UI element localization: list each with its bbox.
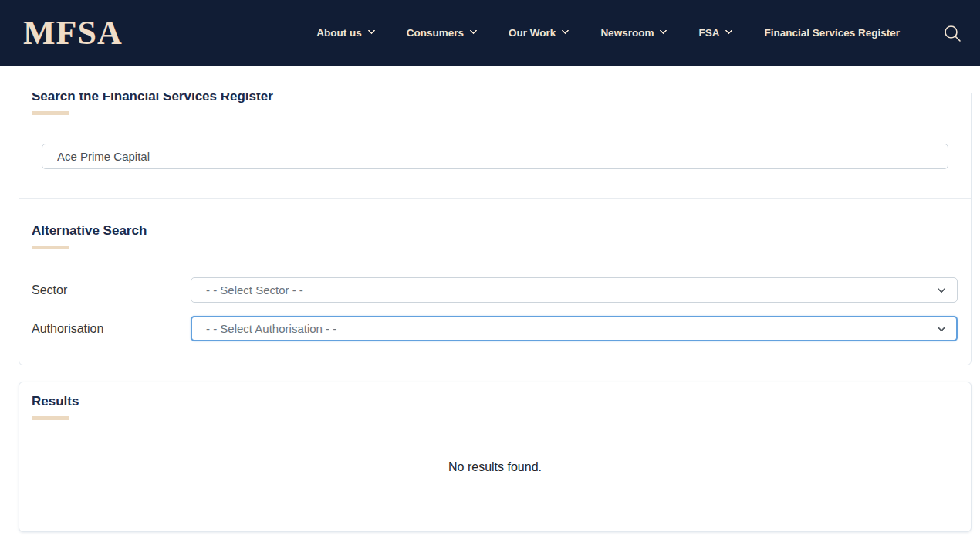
sector-select[interactable]: - - Select Sector - - <box>191 277 958 303</box>
search-card-clip: Search the Financial Services Register A… <box>19 93 972 365</box>
chevron-down-icon <box>470 27 478 35</box>
nav-item-newsroom[interactable]: Newsroom <box>600 27 666 39</box>
nav-item-our-work[interactable]: Our Work <box>509 27 568 39</box>
nav-item-label: Our Work <box>509 27 556 39</box>
title-accent-underline <box>32 111 69 115</box>
authorisation-row: Authorisation - - Select Authorisation -… <box>32 316 958 341</box>
sector-select-wrap: - - Select Sector - - <box>191 277 958 303</box>
search-card: Search the Financial Services Register A… <box>19 93 972 365</box>
chevron-down-icon <box>367 27 375 35</box>
nav-item-consumers[interactable]: Consumers <box>407 27 476 39</box>
chevron-down-icon <box>562 27 569 35</box>
navbar-search-button[interactable] <box>943 24 961 42</box>
search-section: Search the Financial Services Register <box>19 93 971 169</box>
chevron-down-icon <box>725 27 733 35</box>
alternative-search-section: Alternative Search Sector - - Select Sec… <box>19 198 971 365</box>
authorisation-label: Authorisation <box>32 322 191 336</box>
results-card: Results No results found. <box>19 382 972 532</box>
alternative-search-title: Alternative Search <box>32 223 958 239</box>
no-results-message: No results found. <box>32 460 958 531</box>
title-accent-underline <box>32 416 69 420</box>
nav-item-label: FSA <box>698 27 719 39</box>
search-section-title: Search the Financial Services Register <box>32 93 958 104</box>
sector-label: Sector <box>32 283 191 297</box>
nav-item-fsa[interactable]: FSA <box>698 27 732 39</box>
search-icon <box>943 24 961 42</box>
authorisation-select-wrap: - - Select Authorisation - - <box>191 316 958 341</box>
nav-item-label: About us <box>316 27 362 39</box>
sector-row: Sector - - Select Sector - - <box>32 277 958 303</box>
page-content: Search the Financial Services Register A… <box>0 93 980 532</box>
results-title: Results <box>32 394 958 409</box>
nav-item-label: Consumers <box>407 27 464 39</box>
chevron-down-icon <box>660 27 667 35</box>
title-accent-underline <box>32 246 69 249</box>
nav-item-about-us[interactable]: About us <box>316 27 374 39</box>
nav-item-label: Financial Services Register <box>764 27 900 39</box>
top-navbar: MFSA About us Consumers Our Work Newsroo… <box>0 0 980 66</box>
register-search-input[interactable] <box>42 144 948 169</box>
nav-item-label: Newsroom <box>600 27 654 39</box>
nav-item-financial-services-register[interactable]: Financial Services Register <box>764 27 900 39</box>
main-nav: About us Consumers Our Work Newsroom FSA… <box>316 27 900 39</box>
mfsa-logo[interactable]: MFSA <box>23 16 123 50</box>
authorisation-select[interactable]: - - Select Authorisation - - <box>191 316 958 341</box>
search-input-wrap <box>42 144 948 169</box>
